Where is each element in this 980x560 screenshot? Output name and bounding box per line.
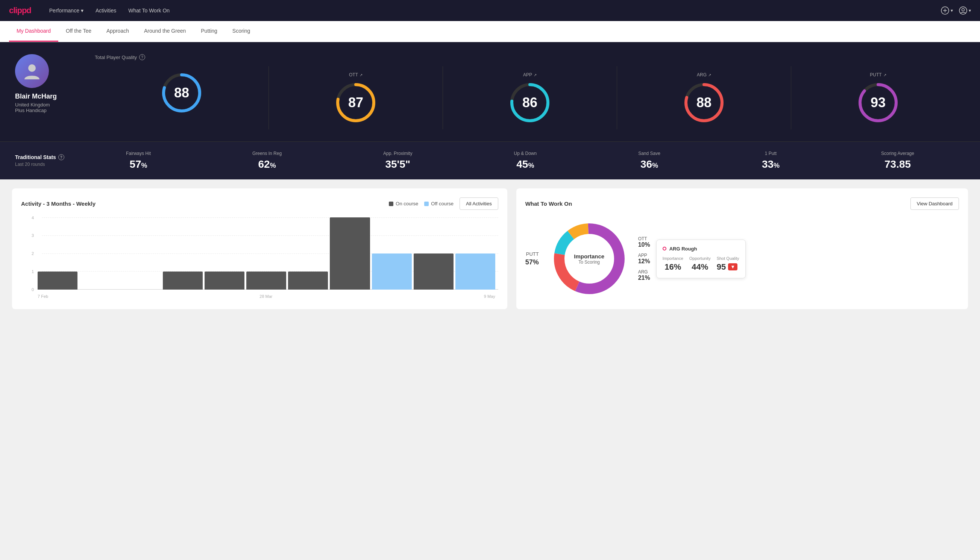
tab-my-dashboard[interactable]: My Dashboard [9,21,58,42]
user-menu-button[interactable]: ▾ [959,7,971,15]
legend-on-course: On course [389,201,418,207]
bar-9 [372,253,412,290]
add-button[interactable]: ▾ [941,7,953,15]
x-label-mar: 28 Mar [260,294,272,298]
player-handicap: Plus Handicap [15,108,47,113]
add-label: ▾ [951,8,953,13]
tab-putting[interactable]: Putting [193,21,225,42]
donut-section: PUTT 57% Importance To Sco [525,217,959,300]
tooltip-metrics: Importance 16% Opportunity 44% Shot Qual… [662,256,739,272]
tooltip-importance-value: 16% [662,262,683,272]
circle-arg-value: 88 [696,95,712,110]
y-label-0: 0 [32,287,34,292]
app-arrow-icon: ↗ [534,73,537,77]
arg-donut-label: ARG 21% [638,269,650,281]
arg-arrow-icon: ↗ [708,73,711,77]
traditional-stats-section: Traditional Stats ? Last 20 rounds Fairw… [0,142,980,179]
ring-overall: 88 [161,72,202,113]
stat-scoring-average: Scoring Average 73.85 [881,151,914,170]
ott-donut-value: 10% [638,242,650,248]
trad-stats-subtitle: Last 20 rounds [15,162,75,167]
nav-activities[interactable]: Activities [95,8,116,13]
putt-arrow-icon: ↗ [883,73,886,77]
trad-stats-title: Traditional Stats ? [15,154,75,160]
bar-1 [38,272,77,290]
player-country: United Kingdom [15,102,50,108]
y-label-1: 1 [32,269,34,274]
ring-ott: 87 [335,82,376,123]
view-dashboard-button[interactable]: View Dashboard [910,197,959,210]
svg-point-5 [28,64,36,72]
app-logo[interactable]: clippd [9,6,31,15]
bar-6 [246,272,286,290]
all-activities-button[interactable]: All Activities [459,197,498,210]
donut-right-labels: OTT 10% APP 12% ARG 21% [638,236,650,281]
bar-7 [288,272,328,290]
chevron-down-icon: ▾ [81,8,83,13]
legend-off-course: Off course [424,201,454,207]
nav-what-to-work-on[interactable]: What To Work On [128,8,170,13]
circle-overall-value: 88 [174,85,189,101]
stat-greens-in-reg: Greens In Reg 62% [252,151,282,170]
bar-8 [330,217,369,290]
stat-sand-save: Sand Save 36% [638,151,661,170]
tpq-section: Total Player Quality ? 88 OTT ↗ [95,54,965,129]
tooltip-title: ARG Rough [669,246,697,252]
bar-4 [163,272,203,290]
wtwo-card-header: What To Work On View Dashboard [525,197,959,210]
top-nav: clippd Performance ▾ Activities What To … [0,0,980,21]
nav-right: ▾ ▾ [941,7,971,15]
circle-putt-value: 93 [870,95,885,110]
circle-ott-label: OTT ↗ [349,72,363,77]
trad-label-block: Traditional Stats ? Last 20 rounds [15,154,75,167]
tabs-bar: My Dashboard Off the Tee Approach Around… [0,21,980,42]
tpq-label: Total Player Quality ? [95,54,965,60]
stat-fairways-hit: Fairways Hit 57% [126,151,151,170]
y-label-4: 4 [32,215,34,220]
app-donut-value: 12% [638,258,650,265]
tooltip-header: ARG Rough [662,246,739,252]
activity-header-right: On course Off course All Activities [389,197,498,210]
tooltip-dot-icon [662,247,666,250]
tab-off-the-tee[interactable]: Off the Tee [58,21,99,42]
avatar [15,54,49,88]
circle-putt: PUTT ↗ 93 [791,66,965,129]
tooltip-importance: Importance 16% [662,256,683,272]
hero-section: Blair McHarg United Kingdom Plus Handica… [0,42,980,142]
tab-scoring[interactable]: Scoring [225,21,258,42]
trad-stats-info-icon[interactable]: ? [58,154,64,160]
tab-around-the-green[interactable]: Around the Green [136,21,193,42]
bar-10 [414,253,454,290]
player-name: Blair McHarg [15,93,57,100]
donut-center: Importance To Scoring [574,253,604,265]
nav-performance[interactable]: Performance ▾ [49,8,83,13]
activity-card-header: Activity - 3 Months - Weekly On course O… [21,197,498,210]
bar-5 [205,272,245,290]
stat-1putt-value: 33% [762,158,780,170]
bars-row [35,217,498,290]
donut-chart: Importance To Scoring [548,217,631,300]
stat-up-and-down: Up & Down 45% [514,151,537,170]
tpq-info-icon[interactable]: ? [139,54,145,60]
stat-fairways-value: 57% [126,158,151,170]
ott-arrow-icon: ↗ [359,73,363,77]
shot-quality-badge: ▼ [728,263,737,270]
x-labels: 7 Feb 28 Mar 9 May [35,294,498,298]
circle-ott: OTT ↗ 87 [269,66,443,129]
putt-label: PUTT [526,251,539,257]
what-to-work-on-card: What To Work On View Dashboard PUTT 57% [516,188,968,309]
y-label-2: 2 [32,251,34,256]
circle-app: APP ↗ 86 [443,66,617,129]
tooltip-card: ARG Rough Importance 16% Opportunity 44%… [656,240,746,278]
wtwo-card-title: What To Work On [525,200,572,207]
tooltip-shot-quality-value: 95 [717,262,726,272]
on-course-dot [389,202,393,206]
x-label-may: 9 May [484,294,495,298]
y-label-3: 3 [32,233,34,238]
arg-donut-value: 21% [638,275,650,281]
putt-value: 57% [525,258,539,266]
tooltip-opportunity-value: 44% [689,262,711,272]
circle-arg-label: ARG ↗ [697,72,711,77]
tab-approach[interactable]: Approach [99,21,136,42]
circle-arg: ARG ↗ 88 [617,66,791,129]
